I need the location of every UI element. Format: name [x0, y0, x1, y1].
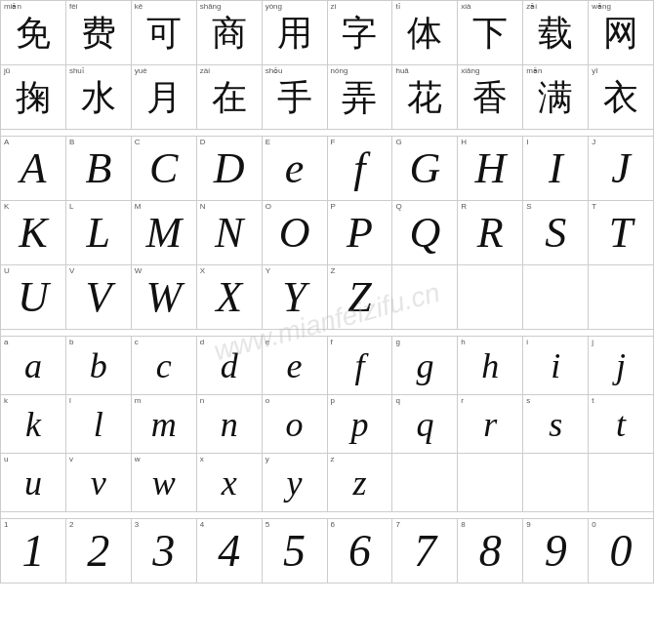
upper-char: H	[474, 147, 506, 190]
letter-label: F	[331, 139, 336, 146]
lower-row-3: uuvvwwxxyyzz	[1, 454, 654, 512]
chinese-char: 商	[212, 16, 247, 51]
chinese-cell: zǎi载	[523, 1, 589, 65]
uppercase-section: AABBCCDDEeFfGGHHIIJJ KKLLMMNNOOPPQQRRSST…	[0, 136, 654, 330]
pinyin-label: zì	[331, 3, 337, 11]
number-label: 4	[200, 521, 204, 529]
letter-label: x	[200, 456, 204, 463]
chinese-cell: zì字	[328, 1, 393, 65]
chinese-char: 费	[81, 16, 116, 51]
number-char: 8	[479, 529, 502, 574]
letter-label: n	[200, 397, 204, 405]
chinese-cell: xià下	[458, 1, 523, 65]
chinese-cell: yòng用	[263, 1, 328, 65]
pinyin-label: zǎi	[526, 3, 537, 11]
letter-label: L	[69, 203, 73, 211]
letter-label: a	[4, 339, 8, 346]
lower-char: u	[24, 465, 42, 501]
lower-cell: ff	[328, 337, 393, 395]
chinese-char: 掬	[16, 80, 51, 115]
chinese-char: 香	[472, 80, 508, 115]
letter-label: X	[200, 267, 205, 275]
upper-cell: VV	[66, 265, 132, 330]
lower-cell: bb	[66, 337, 132, 395]
letter-label: D	[200, 139, 206, 146]
letter-label: Z	[331, 267, 336, 275]
lower-cell: cc	[132, 337, 197, 395]
lower-cell: qq	[392, 395, 458, 454]
chinese-char: 花	[407, 80, 442, 115]
lower-char: j	[616, 348, 626, 383]
number-char: 5	[283, 529, 306, 574]
number-label: 2	[69, 521, 73, 529]
chinese-cell: yuè月	[132, 65, 197, 130]
lower-char: l	[94, 407, 103, 442]
number-cell: 44	[197, 519, 263, 584]
letter-label: U	[4, 267, 10, 275]
chinese-char: 弄	[342, 80, 377, 115]
upper-cell: LL	[66, 201, 132, 265]
upper-char: C	[149, 147, 178, 190]
pinyin-label: tǐ	[395, 3, 399, 11]
lower-char: t	[616, 407, 626, 442]
upper-cell	[589, 265, 654, 330]
upper-row-1: AABBCCDDEeFfGGHHIIJJ	[1, 137, 654, 201]
lower-cell: nn	[197, 395, 263, 454]
lower-char: g	[416, 348, 433, 383]
letter-label: e	[266, 339, 269, 346]
lower-cell: oo	[263, 395, 328, 454]
upper-char: V	[85, 276, 111, 319]
pinyin-label: xiāng	[461, 67, 479, 75]
number-char: 0	[610, 529, 633, 574]
letter-label: K	[4, 203, 9, 211]
upper-char: A	[20, 147, 47, 190]
upper-char: X	[216, 276, 242, 319]
letter-label: r	[461, 397, 464, 405]
upper-char: U	[18, 276, 49, 319]
number-char: 9	[545, 529, 567, 574]
lower-char: i	[551, 348, 560, 383]
letter-label: Y	[266, 267, 270, 275]
upper-char: Y	[282, 276, 306, 319]
number-cell: 33	[132, 519, 197, 584]
lower-cell: tt	[589, 395, 654, 454]
lower-cell: ww	[132, 454, 197, 512]
upper-cell: KK	[1, 201, 66, 265]
lower-cell: ee	[263, 337, 328, 395]
chinese-char: 手	[277, 80, 312, 115]
chinese-char: 体	[407, 16, 442, 51]
chinese-char: 免	[16, 16, 51, 51]
upper-row-3: UUVVWWXXYYZZ	[1, 265, 654, 330]
upper-cell: RR	[458, 201, 523, 265]
chinese-cell: wǎng网	[589, 1, 654, 65]
letter-label: R	[461, 203, 467, 211]
number-cell: 11	[1, 519, 66, 584]
upper-char: T	[609, 212, 633, 255]
pinyin-label: yuè	[135, 67, 147, 75]
chinese-char: 载	[538, 16, 573, 51]
number-cell: 55	[263, 519, 328, 584]
number-char: 6	[348, 529, 371, 574]
lower-cell: mm	[132, 395, 197, 454]
number-cell: 22	[66, 519, 132, 584]
chinese-cell: nòng弄	[328, 65, 393, 130]
pinyin-label: xià	[461, 3, 470, 11]
upper-cell: AA	[1, 137, 66, 201]
upper-row-2: KKLLMMNNOOPPQQRRSSTT	[1, 201, 654, 265]
pinyin-label: nòng	[331, 67, 348, 75]
chinese-cell: shuǐ水	[66, 65, 132, 130]
upper-cell: BB	[66, 137, 132, 201]
upper-cell: WW	[132, 265, 197, 330]
lower-cell	[458, 454, 523, 512]
lower-cell: hh	[458, 337, 523, 395]
lower-char: s	[549, 407, 562, 442]
letter-label: P	[331, 203, 336, 211]
letter-label: O	[266, 203, 271, 211]
lower-cell: rr	[458, 395, 523, 454]
lower-cell: uu	[1, 454, 66, 512]
number-label: 0	[592, 521, 595, 529]
pinyin-label: huā	[395, 67, 408, 75]
letter-label: S	[526, 203, 531, 211]
lower-char: w	[152, 465, 176, 501]
letter-label: H	[461, 139, 467, 146]
